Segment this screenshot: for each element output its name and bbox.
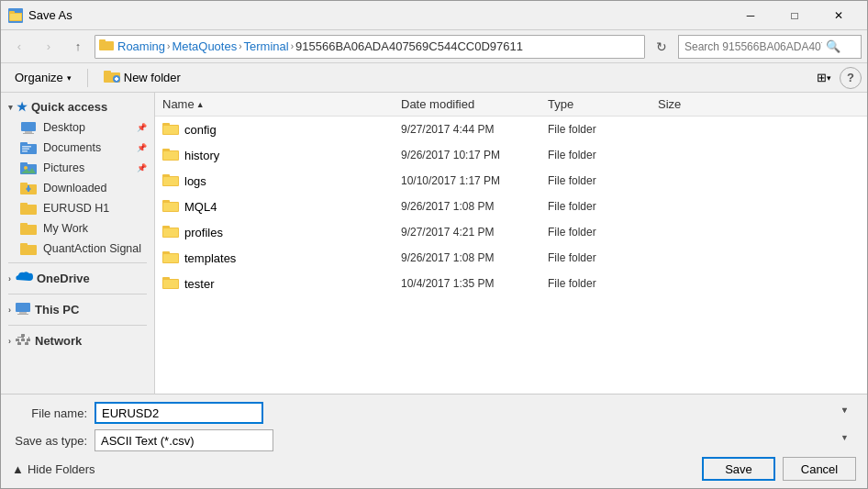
sidebar-section-onedrive[interactable]: › OneDrive bbox=[1, 267, 154, 290]
sidebar-section-network[interactable]: › Network bbox=[1, 329, 154, 352]
new-folder-label: New folder bbox=[124, 71, 181, 84]
file-list: Name ▲ Date modified Type Size bbox=[155, 93, 867, 394]
svg-rect-58 bbox=[163, 203, 178, 211]
col-header-type[interactable]: Type bbox=[548, 97, 658, 111]
breadcrumb-metaquotes[interactable]: MetaQuotes bbox=[172, 39, 237, 53]
forward-button[interactable]: › bbox=[36, 34, 61, 60]
thispc-arrow: › bbox=[8, 306, 11, 315]
network-arrow: › bbox=[8, 337, 11, 346]
breadcrumb-current: 915566BA06ADA407569C544CC0D97611 bbox=[295, 39, 523, 53]
organize-button[interactable]: Organize ▾ bbox=[6, 67, 80, 89]
table-row[interactable]: logs 10/10/2017 1:17 PM File folder bbox=[155, 168, 867, 194]
bottom-bar: File name: ▼ Save as type: ASCII Text (*… bbox=[1, 394, 867, 488]
sidebar-item-quantaction[interactable]: QuantAction Signal bbox=[1, 239, 154, 259]
help-button[interactable]: ? bbox=[840, 67, 862, 89]
file-date: 10/10/2017 1:17 PM bbox=[401, 174, 548, 187]
window-controls: ─ □ ✕ bbox=[729, 1, 860, 30]
file-name: history bbox=[184, 149, 219, 162]
action-row: ▲ Hide Folders Save Cancel bbox=[12, 457, 856, 481]
breadcrumb-roaming[interactable]: Roaming bbox=[117, 39, 165, 53]
documents-icon bbox=[19, 140, 38, 155]
folder-icon bbox=[162, 250, 179, 266]
back-button[interactable]: ‹ bbox=[6, 34, 32, 60]
svg-rect-67 bbox=[163, 280, 178, 288]
svg-rect-30 bbox=[20, 223, 28, 226]
downloaded-icon bbox=[19, 181, 38, 195]
filename-input[interactable] bbox=[95, 402, 263, 424]
col-header-name[interactable]: Name ▲ bbox=[162, 97, 401, 111]
svg-rect-11 bbox=[21, 122, 36, 131]
table-row[interactable]: config 9/27/2017 4:44 PM File folder bbox=[155, 117, 867, 142]
svg-rect-27 bbox=[20, 205, 37, 215]
folder-icon bbox=[162, 173, 179, 189]
search-box[interactable]: 🔍 bbox=[678, 35, 862, 59]
quick-access-label: ★ bbox=[17, 100, 28, 114]
svg-rect-35 bbox=[17, 314, 28, 315]
minimize-button[interactable]: ─ bbox=[729, 1, 772, 30]
new-folder-button[interactable]: New folder bbox=[95, 67, 189, 89]
table-row[interactable]: tester 10/4/2017 1:35 PM File folder bbox=[155, 271, 867, 296]
title-bar-icon bbox=[8, 8, 23, 23]
file-name: templates bbox=[184, 251, 236, 265]
svg-rect-4 bbox=[99, 41, 114, 50]
desktop-pin-icon: 📌 bbox=[137, 123, 147, 132]
table-row[interactable]: templates 9/26/2017 1:08 PM File folder bbox=[155, 245, 867, 271]
svg-rect-41 bbox=[17, 337, 24, 338]
svg-rect-44 bbox=[25, 342, 28, 345]
pictures-label: Pictures bbox=[43, 161, 84, 174]
file-type: File folder bbox=[548, 174, 658, 187]
svg-point-21 bbox=[24, 166, 28, 170]
address-bar: ‹ › ↑ Roaming › MetaQuotes › Terminal › … bbox=[1, 30, 867, 63]
search-input[interactable] bbox=[684, 40, 822, 53]
file-date: 9/26/2017 1:08 PM bbox=[401, 251, 548, 264]
table-row[interactable]: profiles 9/27/2017 4:21 PM File folder bbox=[155, 219, 867, 245]
view-button[interactable]: ⊞ ▾ bbox=[812, 67, 836, 89]
svg-rect-15 bbox=[20, 142, 28, 145]
onedrive-arrow: › bbox=[8, 274, 11, 283]
svg-rect-61 bbox=[163, 228, 178, 237]
desktop-icon bbox=[19, 120, 38, 135]
cancel-button[interactable]: Cancel bbox=[783, 457, 856, 481]
maximize-button[interactable]: □ bbox=[773, 1, 816, 30]
quantaction-icon bbox=[19, 241, 38, 256]
sidebar-section-quick-access[interactable]: ▾ ★ Quick access bbox=[1, 96, 154, 117]
network-icon bbox=[15, 333, 31, 349]
sidebar-section-thispc[interactable]: › This PC bbox=[1, 298, 154, 321]
breadcrumb-terminal[interactable]: Terminal bbox=[244, 39, 289, 53]
filename-wrapper: ▼ bbox=[95, 402, 856, 424]
file-name: MQL4 bbox=[184, 200, 217, 214]
search-icon: 🔍 bbox=[826, 39, 840, 53]
folder-icon bbox=[162, 148, 179, 163]
sidebar-item-eurusd[interactable]: EURUSD H1 bbox=[1, 198, 154, 218]
saveastype-select[interactable]: ASCII Text (*.csv) CSV (Comma delimited)… bbox=[95, 429, 273, 451]
saveastype-label: Save as type: bbox=[12, 434, 95, 448]
saveastype-row: Save as type: ASCII Text (*.csv) CSV (Co… bbox=[12, 429, 856, 451]
sidebar-item-desktop[interactable]: Desktop 📌 bbox=[1, 117, 154, 138]
sidebar-item-mywork[interactable]: My Work bbox=[1, 218, 154, 239]
toolbar-separator bbox=[87, 69, 88, 87]
table-row[interactable]: history 9/26/2017 10:17 PM File folder bbox=[155, 142, 867, 168]
sidebar-item-pictures[interactable]: Pictures 📌 bbox=[1, 158, 154, 178]
breadcrumb-bar[interactable]: Roaming › MetaQuotes › Terminal › 915566… bbox=[95, 35, 645, 59]
svg-rect-17 bbox=[22, 149, 29, 150]
file-type: File folder bbox=[548, 226, 658, 239]
sidebar-item-downloaded[interactable]: Downloaded bbox=[1, 178, 154, 198]
mywork-icon bbox=[19, 221, 38, 236]
save-button[interactable]: Save bbox=[702, 457, 775, 481]
svg-rect-33 bbox=[16, 303, 30, 312]
file-rows-container: config 9/27/2017 4:44 PM File folder his… bbox=[155, 117, 867, 296]
pictures-pin-icon: 📌 bbox=[137, 163, 147, 172]
col-header-date[interactable]: Date modified bbox=[401, 97, 548, 111]
up-button[interactable]: ↑ bbox=[65, 34, 91, 60]
svg-rect-66 bbox=[162, 277, 170, 280]
svg-rect-34 bbox=[19, 312, 27, 314]
hide-folders-button[interactable]: ▲ Hide Folders bbox=[12, 462, 95, 476]
refresh-button[interactable]: ↻ bbox=[649, 34, 674, 60]
sidebar-item-documents[interactable]: Documents 📌 bbox=[1, 138, 154, 158]
toolbar: Organize ▾ New folder ⊞ ▾ ? bbox=[1, 63, 867, 93]
close-button[interactable]: ✕ bbox=[818, 1, 860, 30]
table-row[interactable]: MQL4 9/26/2017 1:08 PM File folder bbox=[155, 194, 867, 219]
quick-access-text: Quick access bbox=[31, 100, 107, 114]
col-header-size[interactable]: Size bbox=[658, 97, 731, 111]
views-icon: ⊞ bbox=[817, 71, 827, 84]
